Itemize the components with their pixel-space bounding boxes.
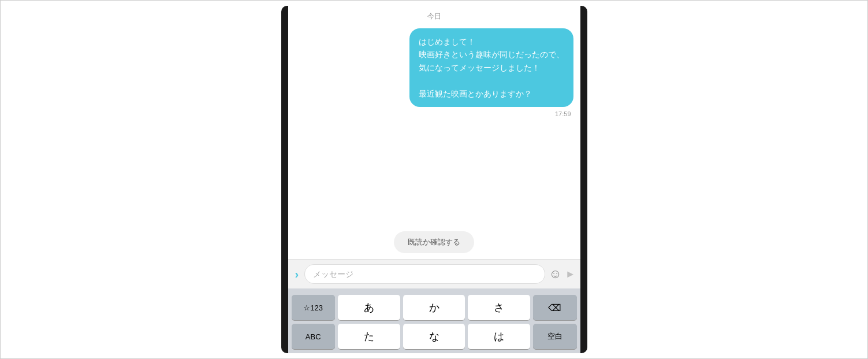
keyboard-row-1: ☆123 あ か さ ⌫ <box>288 293 580 322</box>
keyboard: ☆123 あ か さ ⌫ ABC た な は 空白 <box>288 288 580 353</box>
send-button[interactable]: ► <box>565 268 576 280</box>
messages-container: はじめまして！ 映画好きという趣味が同じだったので、 気になってメッセージしまし… <box>288 28 580 225</box>
key-na[interactable]: な <box>403 324 465 349</box>
expand-button[interactable]: › <box>293 268 301 281</box>
phone-right-bar <box>580 6 587 353</box>
phone-left-bar <box>281 6 288 353</box>
emoji-button[interactable]: ☺ <box>549 267 561 282</box>
key-space[interactable]: 空白 <box>533 324 576 349</box>
key-sa[interactable]: さ <box>468 295 530 320</box>
message-bubble: はじめまして！ 映画好きという趣味が同じだったので、 気になってメッセージしまし… <box>409 28 573 107</box>
key-ka[interactable]: か <box>403 295 465 320</box>
key-a[interactable]: あ <box>338 295 400 320</box>
key-abc[interactable]: ABC <box>292 324 335 349</box>
date-label: 今日 <box>288 12 580 21</box>
keyboard-row-2: ABC た な は 空白 <box>288 322 580 351</box>
phone-screen: 今日 はじめまして！ 映画好きという趣味が同じだったので、 気になってメッセージ… <box>288 6 580 353</box>
message-time: 17:59 <box>555 110 571 117</box>
key-ha[interactable]: は <box>468 324 530 349</box>
input-area: › ☺ ► <box>288 259 580 288</box>
key-delete[interactable]: ⌫ <box>533 295 576 320</box>
chat-area: 今日 はじめまして！ 映画好きという趣味が同じだったので、 気になってメッセージ… <box>288 6 580 259</box>
message-input[interactable] <box>304 264 545 284</box>
outer-frame: 今日 はじめまして！ 映画好きという趣味が同じだったので、 気になってメッセージ… <box>0 0 868 359</box>
key-symbol-num[interactable]: ☆123 <box>292 295 335 320</box>
key-ta[interactable]: た <box>338 324 400 349</box>
read-confirm-button[interactable]: 既読か確認する <box>394 231 474 253</box>
phone-wrapper: 今日 はじめまして！ 映画好きという趣味が同じだったので、 気になってメッセージ… <box>281 6 587 353</box>
